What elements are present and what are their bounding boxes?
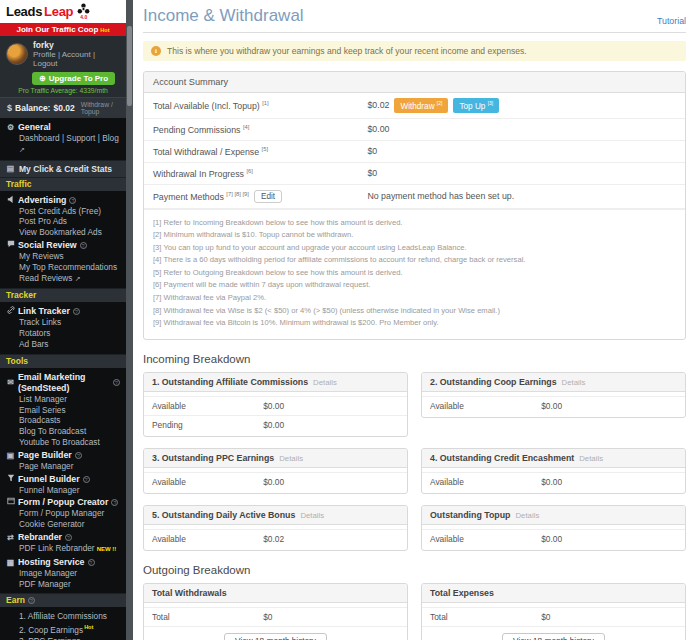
section-header-tracker: Tracker [0,288,126,302]
sidebar-item-rebrander[interactable]: ⇄Rebrander? [6,532,120,543]
sidebar-item-social-review[interactable]: Social Review? [6,240,120,251]
logo[interactable]: LeadsLeap 4.0 [0,0,126,23]
sidebar-item-hosting-service[interactable]: ▦Hosting Service? [6,557,120,568]
withdraw-topup-links[interactable]: Withdraw / Topup [81,101,119,115]
help-icon[interactable]: ? [88,559,95,566]
sidebar-item-youtube-to-broadcast[interactable]: Youtube To Broadcast [6,437,120,448]
incoming-breakdown-heading: Incoming Breakdown [143,353,686,365]
sidebar-item-blog-to-broadcast[interactable]: Blog To Broadcast [6,426,120,437]
row-value: No payment method has been set up. [367,191,514,201]
row-payment-methods: Payment Methods [7] [8] [9]Edit No payme… [144,185,685,209]
details-link[interactable]: Details [515,511,539,520]
help-icon[interactable]: ? [73,308,80,315]
panel-row: Total$0 [422,607,685,627]
row-withdrawal-in-progress: Withdrawal In Progress [6] $0 [144,163,685,185]
account-summary-panel: Account Summary Total Available (Incl. T… [143,71,686,340]
main-content: Income & Withdrawal Tutorial i This is w… [133,0,694,640]
swap-arrows-icon: ⇄ [6,532,15,543]
help-icon[interactable]: ? [111,499,118,506]
help-icon[interactable]: ? [83,476,90,483]
details-link[interactable]: Details [279,454,303,463]
panel-row: Available$0.00 [144,472,407,491]
row-label: Total Available (Incl. Topup) [1] [153,100,367,111]
help-icon[interactable]: ? [65,534,72,541]
app-window: LeadsLeap 4.0 Join Our Traffic CoopHot f… [0,0,694,640]
profile-account-logout-links[interactable]: Profile | Account | Logout [33,50,120,68]
sidebar-item-funnel-manager[interactable]: Funnel Manager [6,485,120,496]
dollar-icon: $ [7,103,12,113]
help-icon[interactable]: ? [28,597,35,604]
sidebar-item-advertising[interactable]: Advertising? [6,195,120,206]
sidebar-item-post-pro-ads[interactable]: Post Pro Ads [6,216,120,227]
view-history-button[interactable]: View 18-month history [502,633,605,640]
megaphone-icon [6,195,15,206]
sidebar-item-cookie-generator[interactable]: Cookie Generator [6,519,120,530]
scrollbar-thumb[interactable] [127,26,132,106]
gear-icon: ⚙ [6,122,15,133]
withdraw-button[interactable]: Withdraw [2] [394,98,448,113]
details-link[interactable]: Details [579,454,603,463]
view-history-button[interactable]: View 18-month history [224,633,327,640]
sidebar-item-pdf-link-rebrander[interactable]: PDF Link RebranderNEW !! [6,543,120,555]
balance-row: $ Balance: $0.02 Withdraw / Topup [0,97,126,118]
sidebar-item-pdf-manager[interactable]: PDF Manager [6,579,120,590]
details-link[interactable]: Details [313,378,337,387]
sidebar-item-coop-earnings[interactable]: 2. Coop EarningsHot [6,622,120,636]
sidebar-item-affiliate-commissions[interactable]: 1. Affiliate Commissions [6,611,120,622]
sidebar-item-page-manager[interactable]: Page Manager [6,461,120,472]
row-total-available: Total Available (Incl. Topup) [1] $0.02 … [144,93,685,119]
details-link[interactable]: Details [562,378,586,387]
details-link[interactable]: Details [300,511,324,520]
sidebar-item-ad-bars[interactable]: Ad Bars [6,339,120,350]
sidebar-item-post-credit-ads[interactable]: Post Credit Ads (Free) [6,206,120,217]
sidebar-item-funnel-builder[interactable]: Funnel Builder? [6,474,120,485]
sidebar-item-email-series[interactable]: Email Series [6,405,120,416]
traffic-coop-banner[interactable]: Join Our Traffic CoopHot [0,23,126,36]
sidebar-item-read-reviews[interactable]: Read Reviews ↗ [6,273,120,285]
footnote: [1] Refer to Incoming Breakdown below to… [153,217,676,230]
sidebar-item-track-links[interactable]: Track Links [6,317,120,328]
panel-total-expenses: Total Expenses Total$0 View 18-month his… [421,583,686,640]
sidebar-item-form-popup-creator[interactable]: Form / Popup Creator? [6,497,120,508]
sidebar-item-rotators[interactable]: Rotators [6,328,120,339]
pro-traffic-average: Pro Traffic Average: 4339/mth [6,87,120,94]
sidebar-item-my-top-recommendations[interactable]: My Top Recommendations [6,262,120,273]
sidebar-item-page-builder[interactable]: ▣Page Builder? [6,450,120,461]
sidebar-item-list-manager[interactable]: List Manager [6,394,120,405]
sidebar-item-broadcasts[interactable]: Broadcasts [6,415,120,426]
footnote: [4] There is a 60 days witholding period… [153,254,676,267]
sidebar-item-link-tracker[interactable]: Link Tracker? [6,306,120,317]
help-icon[interactable]: ? [113,379,120,386]
page-header: Income & Withdrawal Tutorial [143,6,686,33]
help-icon[interactable]: ? [75,452,82,459]
edit-button[interactable]: Edit [254,190,282,203]
panel-affiliate-commissions: 1. Outstanding Affiliate CommissionsDeta… [143,372,408,437]
stats-icon: ▤ [6,164,15,173]
sidebar-item-form-popup-manager[interactable]: Form / Popup Manager [6,508,120,519]
section-header-tools: Tools [0,354,126,368]
sidebar-item-view-bookmarked-ads[interactable]: View Bookmarked Ads [6,227,120,238]
avatar[interactable] [6,43,28,65]
panel-title: 5. Outstanding Daily Active Bonus [152,510,295,520]
panel-title: Total Expenses [430,588,494,598]
sidebar-item-image-manager[interactable]: Image Manager [6,568,120,579]
help-icon[interactable]: ? [80,242,87,249]
sidebar-item-general[interactable]: ⚙General [6,122,120,133]
footnotes: [1] Refer to Incoming Breakdown below to… [144,209,685,339]
footnote: [6] Payment will be made within 7 days u… [153,279,676,292]
tools-group: ✉Email Marketing (SendSteed)? List Manag… [0,368,126,594]
panel-total-withdrawals: Total Withdrawals Total$0 View 18-month … [143,583,408,640]
sidebar-item-click-credit-stats[interactable]: ▤My Click & Credit Stats [0,160,126,177]
topup-button[interactable]: Top Up [3] [453,98,499,113]
new-badge: NEW !! [97,546,117,552]
sidebar-scrollbar[interactable] [126,0,133,640]
upgrade-to-pro-button[interactable]: ⊕Upgrade To Pro [32,72,115,85]
sidebar-item-my-reviews[interactable]: My Reviews [6,251,120,262]
tracker-group: Link Tracker? Track Links Rotators Ad Ba… [0,302,126,353]
sidebar-item-ppc-earnings[interactable]: 3. PPC Earnings [6,636,120,640]
tutorial-link[interactable]: Tutorial [657,16,686,26]
sidebar-item-email-marketing[interactable]: ✉Email Marketing (SendSteed)? [6,372,120,394]
help-icon[interactable]: ? [69,197,76,204]
account-summary-header: Account Summary [144,72,685,93]
general-links[interactable]: Dashboard | Support | Blog ↗ [6,133,120,156]
